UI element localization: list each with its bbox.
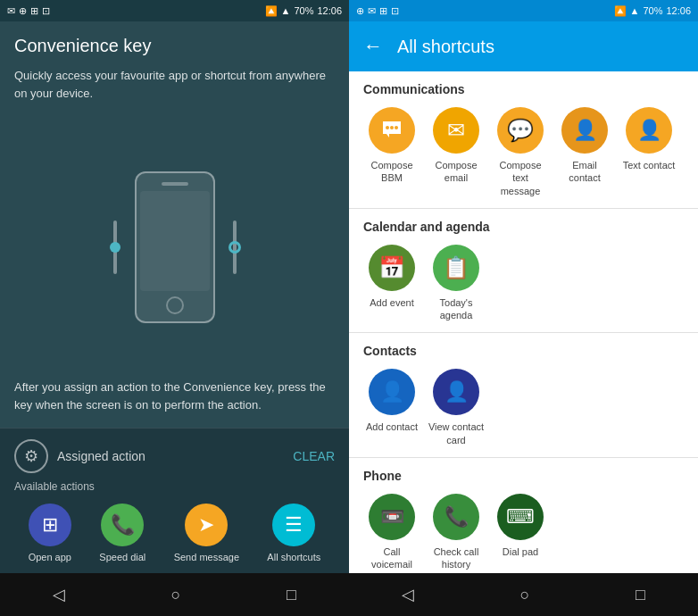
r-time-display: 12:06 xyxy=(666,5,691,16)
contacts-section: Contacts 👤 Add contact 👤 View contact ca… xyxy=(349,333,698,457)
shortcuts-content: Communications Compose BBM xyxy=(349,71,698,573)
all-shortcuts-icon: ☰ xyxy=(272,504,315,546)
side-key-dot xyxy=(110,242,120,253)
compose-text-label: Compose text message xyxy=(492,159,549,197)
left-panel: ✉ ⊕ ⊞ ⊡ 🔼 ▲ 70% 12:06 Convenience key Qu… xyxy=(0,0,349,616)
compose-text-item[interactable]: 💬 Compose text message xyxy=(492,107,549,197)
add-contact-item[interactable]: 👤 Add contact xyxy=(363,369,420,446)
call-voicemail-icon: 📼 xyxy=(369,494,415,540)
app-icon: ⊞ xyxy=(30,5,38,17)
phone-section: Phone 📼 Call voicemail 📞 Check call hist… xyxy=(349,458,698,573)
phone-illustration xyxy=(14,125,335,370)
check-call-history-label: Check call history xyxy=(428,545,485,571)
communications-title: Communications xyxy=(349,71,698,104)
dial-pad-label: Dial pad xyxy=(503,545,538,558)
notif-icon: ⊡ xyxy=(42,5,50,17)
view-contact-card-icon: 👤 xyxy=(433,369,479,415)
svg-point-2 xyxy=(395,126,398,129)
side-key2-dot xyxy=(229,241,241,254)
assigned-action-label: Assigned action xyxy=(57,449,145,463)
clear-button[interactable]: CLEAR xyxy=(293,449,335,463)
back-button[interactable]: ← xyxy=(363,35,383,58)
r-notif-icon: ⊕ xyxy=(356,5,364,17)
text-contact-item[interactable]: 👤 Text contact xyxy=(620,107,677,197)
left-status-bar: ✉ ⊕ ⊞ ⊡ 🔼 ▲ 70% 12:06 xyxy=(0,0,349,21)
add-event-label: Add event xyxy=(370,296,414,309)
open-app-label: Open app xyxy=(29,552,71,562)
email-contact-label: Email contact xyxy=(556,159,613,185)
side-key-right xyxy=(233,221,237,274)
speed-dial-label: Speed dial xyxy=(99,552,145,562)
todays-agenda-icon: 📋 xyxy=(433,245,479,291)
send-message-label: Send message xyxy=(174,552,239,562)
add-event-item[interactable]: 📅 Add event xyxy=(363,245,420,322)
communications-icons: Compose BBM ✉ Compose email 💬 Compose te… xyxy=(349,104,698,208)
contacts-title: Contacts xyxy=(349,333,698,365)
phone-home-btn xyxy=(166,296,184,314)
phone-speaker xyxy=(162,182,188,186)
email-contact-icon: 👤 xyxy=(561,107,608,154)
open-app-icon: ⊞ xyxy=(29,504,71,546)
mail-icon: ✉ xyxy=(7,5,15,17)
home-nav-icon[interactable]: ○ xyxy=(171,586,181,604)
right-status-bar: ⊕ ✉ ⊞ ⊡ 🔼 ▲ 70% 12:06 xyxy=(349,0,698,21)
r-battery-text: 70% xyxy=(643,5,662,16)
time-display: 12:06 xyxy=(317,5,342,16)
page-title: Convenience key xyxy=(14,36,335,56)
wifi-icon: ▲ xyxy=(281,5,291,16)
recent-nav-icon[interactable]: □ xyxy=(287,586,296,604)
call-voicemail-item[interactable]: 📼 Call voicemail xyxy=(363,494,420,571)
todays-agenda-item[interactable]: 📋 Today's agenda xyxy=(428,245,485,322)
r-home-nav-icon[interactable]: ○ xyxy=(520,586,530,604)
right-panel: ⊕ ✉ ⊞ ⊡ 🔼 ▲ 70% 12:06 ← All shortcuts Co… xyxy=(349,0,698,616)
contacts-icons: 👤 Add contact 👤 View contact card xyxy=(349,365,698,457)
right-page-title: All shortcuts xyxy=(397,37,494,57)
compose-bbm-label: Compose BBM xyxy=(363,159,420,185)
r-recent-nav-icon[interactable]: □ xyxy=(636,586,645,604)
speed-dial-action[interactable]: 📞 Speed dial xyxy=(99,504,145,562)
actions-row: ⊞ Open app 📞 Speed dial ➤ Send message ☰… xyxy=(14,504,335,562)
dial-pad-item[interactable]: ⌨ Dial pad xyxy=(492,494,549,571)
email-contact-item[interactable]: 👤 Email contact xyxy=(556,107,613,197)
left-content: Convenience key Quickly access your favo… xyxy=(0,21,349,428)
phone-icons: 📼 Call voicemail 📞 Check call history ⌨ … xyxy=(349,490,698,573)
add-event-icon: 📅 xyxy=(369,245,415,291)
send-message-icon: ➤ xyxy=(185,504,228,546)
compose-bbm-icon xyxy=(369,107,415,154)
r-app-icon: ⊞ xyxy=(379,5,387,17)
gear-icon: ⚙ xyxy=(14,439,48,473)
right-nav-bar: ◁ ○ □ xyxy=(349,573,698,616)
assigned-action-row: ⚙ Assigned action CLEAR xyxy=(14,439,335,473)
calendar-icons: 📅 Add event 📋 Today's agenda xyxy=(349,241,698,333)
svg-point-1 xyxy=(390,126,394,129)
add-contact-icon: 👤 xyxy=(369,369,415,415)
open-app-action[interactable]: ⊞ Open app xyxy=(29,504,71,562)
compose-email-label: Compose email xyxy=(428,159,485,185)
send-message-action[interactable]: ➤ Send message xyxy=(174,504,239,562)
phone-title: Phone xyxy=(349,458,698,490)
view-contact-card-item[interactable]: 👤 View contact card xyxy=(428,369,485,446)
right-status-right: 🔼 ▲ 70% 12:06 xyxy=(614,5,691,17)
all-shortcuts-label: All shortcuts xyxy=(267,552,320,562)
compose-bbm-item[interactable]: Compose BBM xyxy=(363,107,420,197)
text-contact-icon: 👤 xyxy=(626,107,672,154)
all-shortcuts-action[interactable]: ☰ All shortcuts xyxy=(267,504,320,562)
check-call-history-item[interactable]: 📞 Check call history xyxy=(428,494,485,571)
bottom-action-bar: ⚙ Assigned action CLEAR Available action… xyxy=(0,428,349,573)
calendar-title: Calendar and agenda xyxy=(349,209,698,241)
r-mail-icon: ✉ xyxy=(368,5,376,17)
signal-icon: 🔼 xyxy=(265,5,278,17)
back-nav-icon[interactable]: ◁ xyxy=(53,585,65,604)
available-actions-label: Available actions xyxy=(14,480,335,493)
dial-pad-icon: ⌨ xyxy=(497,494,544,540)
add-contact-label: Add contact xyxy=(366,420,418,433)
msg-icon: ⊕ xyxy=(19,5,27,17)
right-status-icons: ⊕ ✉ ⊞ ⊡ xyxy=(356,5,399,17)
left-nav-bar: ◁ ○ □ xyxy=(0,573,349,616)
r-signal-icon: 🔼 xyxy=(614,5,627,17)
side-key-left xyxy=(113,221,117,274)
compose-email-item[interactable]: ✉ Compose email xyxy=(428,107,485,197)
svg-point-0 xyxy=(386,126,389,129)
right-header: ← All shortcuts xyxy=(349,21,698,71)
r-back-nav-icon[interactable]: ◁ xyxy=(402,585,414,604)
